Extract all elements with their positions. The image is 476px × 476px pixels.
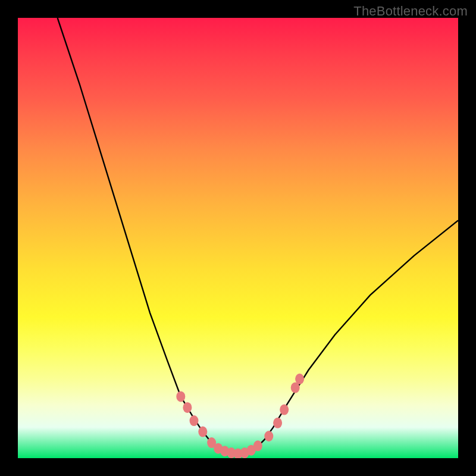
watermark-text: TheBottleneck.com — [353, 4, 468, 19]
chart-frame: TheBottleneck.com — [0, 0, 476, 476]
bottleneck-curve — [18, 18, 458, 458]
curve-marker — [273, 418, 282, 428]
curve-marker — [264, 431, 273, 441]
plot-area — [18, 18, 458, 458]
curve-marker — [280, 405, 289, 415]
curve-marker — [183, 402, 192, 413]
curve-marker — [295, 374, 304, 384]
curve-marker — [198, 427, 207, 437]
curve-marker — [253, 440, 262, 451]
curve-marker — [176, 391, 185, 402]
curve-marker — [190, 415, 199, 426]
